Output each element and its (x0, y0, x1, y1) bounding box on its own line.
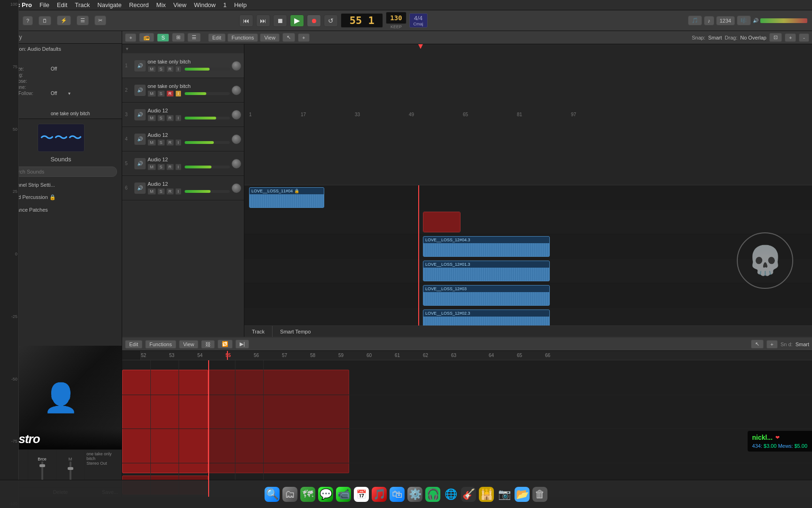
functions-menu[interactable]: Functions (227, 33, 258, 42)
menu-view[interactable]: View (173, 1, 187, 8)
track-fader-5[interactable] (185, 166, 230, 168)
cycle-button[interactable]: ↺ (324, 15, 338, 27)
solo-btn-6[interactable]: S (157, 188, 165, 195)
midi-note-block-3[interactable] (208, 370, 349, 473)
dock-appstore[interactable]: 🛍 (390, 487, 405, 502)
solo-btn-5[interactable]: S (157, 164, 165, 170)
mixer-toggle[interactable]: ☰ (77, 16, 89, 25)
solo-btn-2[interactable]: S (157, 90, 165, 97)
record-btn-3[interactable]: R (166, 115, 174, 121)
track-header-6[interactable]: 6 🔊 Audio 12 M S R I (122, 176, 244, 200)
track-vol-knob-3[interactable] (232, 110, 241, 119)
dock-messages[interactable]: 💬 (318, 487, 333, 502)
mute-btn-3[interactable]: M (148, 115, 156, 121)
list-view-button[interactable]: ☰ (187, 33, 201, 42)
mute-btn-2[interactable]: M (148, 90, 156, 97)
track-lane-2[interactable] (244, 210, 812, 234)
dock-calendar[interactable]: 📅 (354, 487, 369, 502)
flex-value[interactable]: Off (51, 91, 57, 96)
midi-edit-menu[interactable]: Edit (125, 340, 142, 349)
audio-clip-1[interactable]: LOVE__LOSS_11#04 🔒 (249, 187, 324, 208)
midi-piano-area[interactable] (122, 360, 812, 497)
sidebar-item-patches[interactable]: mance Patches (5, 206, 117, 214)
track-header-5[interactable]: 5 🔊 Audio 12 M S R I (122, 151, 244, 176)
sidebar-item-channel-strip[interactable]: Channel Strip Setti... (5, 181, 117, 189)
record-btn-1[interactable]: R (166, 66, 174, 72)
solo-btn-3[interactable]: S (157, 115, 165, 121)
fast-forward-button[interactable]: ⏭ (256, 15, 270, 27)
dock-facetime[interactable]: 📹 (336, 487, 351, 502)
flex-expand[interactable]: ▾ (68, 91, 70, 96)
record-btn-6[interactable]: R (166, 188, 174, 195)
audio-clip-5[interactable]: LOVE__LOSS_12#03 (423, 285, 550, 306)
track-tab[interactable]: Track (244, 326, 273, 337)
input-btn-6[interactable]: I (175, 188, 181, 195)
input-btn-3[interactable]: I (175, 115, 181, 121)
menu-window[interactable]: Window (194, 1, 216, 8)
track-vol-knob-2[interactable] (232, 86, 241, 95)
master-volume-slider[interactable] (760, 18, 807, 23)
record-btn-4[interactable]: R (166, 139, 174, 146)
mixer-fader-3[interactable] (70, 461, 71, 480)
score-button[interactable]: ♪ (704, 16, 714, 25)
menu-edit[interactable]: Edit (57, 1, 67, 8)
search-sounds-input[interactable] (5, 167, 117, 177)
toolbar-cut[interactable]: ✂ (94, 16, 106, 25)
tool-select-button[interactable]: ↖ (282, 33, 295, 42)
record-btn-2[interactable]: R (166, 90, 174, 97)
tool-pencil-button[interactable]: + (298, 33, 309, 42)
track-fader-1[interactable] (185, 68, 230, 71)
region-mode-button[interactable]: S (157, 33, 169, 42)
drag-value[interactable]: No Overlap (740, 35, 766, 40)
menu-navigate[interactable]: Navigate (97, 1, 121, 8)
audio-clip-2-red[interactable] (423, 212, 461, 232)
track-header-3[interactable]: 3 🔊 Audio 12 M S R I (122, 103, 244, 127)
solo-btn-1[interactable]: S (157, 66, 165, 72)
midi-tool-add[interactable]: + (766, 340, 778, 349)
input-btn-4[interactable]: I (175, 139, 181, 146)
solo-btn-4[interactable]: S (157, 139, 165, 146)
dock-music[interactable]: 🎵 (372, 487, 387, 502)
snap-value[interactable]: Smart (708, 35, 722, 40)
menu-mix[interactable]: Mix (156, 1, 166, 8)
play-button[interactable]: ▶ (290, 15, 304, 27)
track-fader-2[interactable] (185, 92, 230, 95)
dock-photos[interactable]: 📷 (497, 487, 512, 502)
rewind-button[interactable]: ⏮ (239, 15, 253, 27)
stop-button[interactable]: ⏹ (273, 15, 287, 27)
quantize-value[interactable]: Off (51, 66, 57, 71)
editors-toggle[interactable]: 🗒 (39, 16, 51, 25)
midi-functions-menu[interactable]: Functions (145, 340, 176, 349)
midi-mode-button[interactable]: ▶| (235, 340, 249, 349)
mixer-fader-2[interactable] (41, 461, 43, 480)
add-track-button[interactable]: + (125, 33, 136, 42)
record-button[interactable]: ⏺ (307, 15, 321, 27)
input-btn-1[interactable]: I (175, 66, 181, 72)
menu-record[interactable]: Record (129, 1, 149, 8)
audio-clip-4[interactable]: LOVE__LOSS_12#01.3 (423, 261, 550, 281)
midi-view-menu[interactable]: View (179, 340, 199, 349)
metronome-button[interactable]: 🎼 (737, 16, 751, 25)
audio-clip-3[interactable]: LOVE__LOSS_12#04.3 (423, 236, 550, 257)
track-type-audio-button[interactable]: 📻 (139, 33, 154, 42)
midi-tool-select[interactable]: ↖ (751, 340, 764, 349)
track-fader-3[interactable] (185, 117, 230, 119)
dock-preferences[interactable]: ⚙️ (407, 487, 422, 502)
track-header-1[interactable]: 1 🔊 one take only bitch M S R I (122, 54, 244, 78)
track-vol-knob-1[interactable] (232, 61, 241, 71)
zoom-fit-button[interactable]: ⊡ (769, 33, 782, 42)
smart-controls-toggle[interactable]: ⚡ (57, 16, 71, 25)
track-vol-knob-5[interactable] (232, 159, 241, 168)
track-lane-6[interactable]: LOVE__LOSS_12#02.3 (244, 308, 812, 326)
dock-spotify[interactable]: 🎧 (425, 487, 440, 502)
track-lane-5[interactable]: LOVE__LOSS_12#03 (244, 283, 812, 308)
dock-ableton[interactable]: 🕌 (479, 487, 494, 502)
bpm-display[interactable]: 130 (386, 12, 406, 24)
mute-btn-4[interactable]: M (148, 139, 156, 146)
menu-file[interactable]: File (39, 1, 49, 8)
mute-btn-5[interactable]: M (148, 164, 156, 170)
audio-clip-6[interactable]: LOVE__LOSS_12#02.3 (423, 310, 550, 326)
smart-tempo-tab[interactable]: Smart Tempo (273, 326, 318, 337)
grid-view-button[interactable]: ⊞ (172, 33, 185, 42)
record-btn-5[interactable]: R (166, 164, 174, 170)
